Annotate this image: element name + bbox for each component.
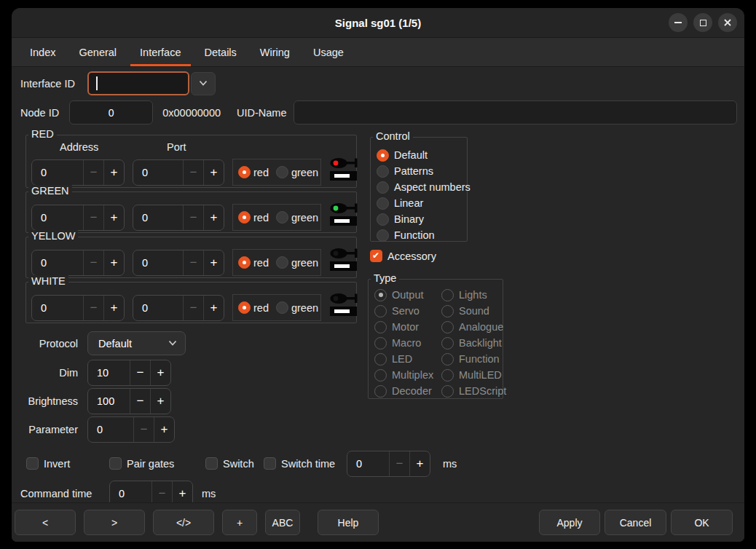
red-port-decrement[interactable]: −	[183, 160, 203, 185]
switch-time-value[interactable]: 0	[347, 451, 389, 476]
code-button[interactable]: </>	[153, 510, 214, 535]
add-button[interactable]: +	[222, 510, 257, 535]
green-port-increment[interactable]: +	[203, 205, 224, 230]
control-option-linear[interactable]: Linear	[377, 195, 467, 211]
apply-button[interactable]: Apply	[539, 510, 600, 535]
yellow-port-increment[interactable]: +	[203, 250, 224, 275]
radio-icon	[374, 369, 387, 382]
yellow-polarity-red-radio[interactable]	[238, 256, 251, 269]
control-option-default[interactable]: Default	[377, 147, 467, 163]
pair-gates-checkbox[interactable]	[109, 457, 122, 470]
red-polarity-green-radio[interactable]	[276, 166, 288, 178]
red-port-increment[interactable]: +	[203, 160, 224, 185]
interface-id-dropdown-button[interactable]	[191, 72, 216, 95]
control-option-patterns[interactable]: Patterns	[377, 163, 467, 179]
interface-tab-panel: Interface ID Node ID 0 0x00000000 UID-Na…	[12, 67, 744, 502]
white-polarity-green-radio[interactable]	[276, 301, 288, 314]
command-time-value[interactable]: 0	[110, 481, 151, 502]
brightness-decrement[interactable]: −	[130, 389, 150, 414]
ok-button[interactable]: OK	[671, 510, 733, 535]
help-button[interactable]: Help	[318, 510, 379, 535]
parameter-decrement[interactable]: −	[133, 417, 154, 442]
tab-general[interactable]: General	[69, 38, 126, 66]
white-port-decrement[interactable]: −	[183, 296, 203, 320]
control-option-binary[interactable]: Binary	[377, 211, 467, 227]
dim-value[interactable]: 10	[88, 360, 130, 385]
minimize-button[interactable]	[669, 13, 688, 32]
red-polarity-green-label[interactable]: green	[291, 167, 318, 178]
white-port-value[interactable]: 0	[133, 296, 183, 320]
green-address-increment[interactable]: +	[103, 205, 124, 230]
yellow-address-increment[interactable]: +	[103, 250, 124, 275]
tab-details[interactable]: Details	[195, 38, 246, 66]
red-port-value[interactable]: 0	[133, 160, 183, 185]
green-address-value[interactable]: 0	[32, 205, 83, 230]
green-polarity-red-label[interactable]: red	[253, 212, 269, 224]
white-polarity-green-label[interactable]: green	[291, 302, 318, 314]
accessory-checkbox[interactable]	[370, 250, 382, 262]
abc-button[interactable]: ABC	[265, 510, 300, 535]
previous-button[interactable]: <	[15, 510, 76, 535]
yellow-polarity-red-label[interactable]: red	[253, 257, 269, 269]
parameter-increment[interactable]: +	[154, 417, 174, 442]
red-address-decrement[interactable]: −	[83, 160, 103, 185]
yellow-address-decrement[interactable]: −	[83, 250, 103, 275]
switch-time-increment[interactable]: +	[409, 451, 430, 476]
switch-time-label[interactable]: Switch time	[281, 458, 335, 470]
white-port-increment[interactable]: +	[203, 296, 224, 320]
command-time-decrement[interactable]: −	[151, 481, 172, 502]
switch-label[interactable]: Switch	[223, 458, 254, 470]
green-port-value[interactable]: 0	[133, 205, 183, 230]
tab-usage[interactable]: Usage	[304, 38, 353, 66]
yellow-port-value[interactable]: 0	[133, 250, 183, 275]
yellow-polarity-green-label[interactable]: green	[291, 257, 318, 269]
red-address-increment[interactable]: +	[103, 160, 124, 185]
cancel-button[interactable]: Cancel	[605, 510, 666, 535]
red-address-value[interactable]: 0	[32, 160, 83, 185]
switch-time-decrement[interactable]: −	[389, 451, 409, 476]
control-option-function[interactable]: Function	[377, 227, 467, 243]
green-address-decrement[interactable]: −	[83, 205, 103, 230]
pair-gates-label[interactable]: Pair gates	[127, 458, 174, 470]
yellow-address-value[interactable]: 0	[32, 250, 83, 275]
green-polarity-red-radio[interactable]	[238, 211, 251, 224]
accessory-label[interactable]: Accessory	[387, 250, 436, 262]
parameter-value[interactable]: 0	[88, 417, 133, 442]
brightness-increment[interactable]: +	[150, 389, 170, 414]
uid-name-input[interactable]	[294, 100, 737, 125]
tab-index[interactable]: Index	[20, 38, 65, 66]
close-button[interactable]	[718, 13, 737, 32]
protocol-dropdown[interactable]: Default	[87, 331, 186, 355]
control-option-aspect-numbers[interactable]: Aspect numbers	[377, 179, 467, 195]
next-button[interactable]: >	[84, 510, 145, 535]
tab-wiring[interactable]: Wiring	[251, 38, 299, 66]
invert-checkbox[interactable]	[26, 457, 39, 470]
green-polarity-green-label[interactable]: green	[291, 212, 318, 224]
command-time-increment[interactable]: +	[172, 481, 192, 502]
green-channel-group: GREEN 0 − + 0 − + red green	[25, 191, 357, 233]
white-polarity-red-radio[interactable]	[238, 301, 251, 314]
interface-id-input[interactable]	[87, 71, 189, 95]
yellow-port-decrement[interactable]: −	[183, 250, 203, 275]
white-address-increment[interactable]: +	[103, 296, 124, 320]
type-option-lights: Lights	[441, 287, 506, 303]
red-polarity-red-radio[interactable]	[238, 166, 251, 178]
dim-increment[interactable]: +	[150, 360, 170, 385]
brightness-value[interactable]: 100	[88, 389, 130, 414]
maximize-button[interactable]	[693, 13, 712, 32]
white-group-legend: WHITE	[28, 275, 68, 287]
green-port-decrement[interactable]: −	[183, 205, 203, 230]
yellow-polarity-green-radio[interactable]	[276, 256, 288, 269]
tab-interface[interactable]: Interface	[130, 38, 190, 66]
dim-decrement[interactable]: −	[130, 360, 150, 385]
white-address-value[interactable]: 0	[32, 296, 83, 320]
switch-time-checkbox[interactable]	[264, 457, 276, 470]
tab-bar: Index General Interface Details Wiring U…	[12, 38, 744, 67]
invert-label[interactable]: Invert	[44, 458, 70, 470]
red-polarity-red-label[interactable]: red	[253, 167, 269, 178]
green-polarity-green-radio[interactable]	[276, 211, 288, 224]
switch-checkbox[interactable]	[205, 457, 218, 470]
node-id-input[interactable]: 0	[69, 100, 153, 125]
white-polarity-red-label[interactable]: red	[253, 302, 269, 314]
white-address-decrement[interactable]: −	[83, 296, 103, 320]
